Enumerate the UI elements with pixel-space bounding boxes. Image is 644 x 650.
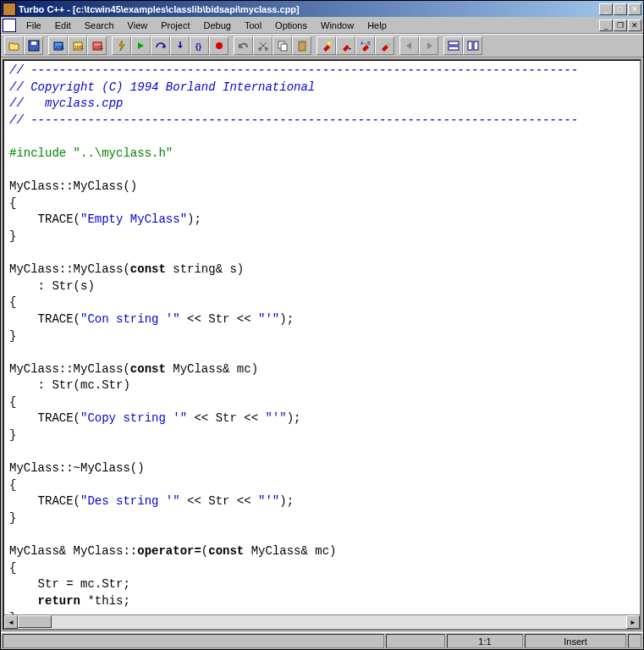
- step-over-button[interactable]: [151, 36, 170, 55]
- svg-rect-19: [449, 41, 459, 45]
- titlebar: Turbo C++ - [c:\tcwin45\examples\classli…: [1, 1, 643, 17]
- status-cursor-pos: 1:1: [447, 634, 523, 648]
- statusbar: 1:1 Insert: [1, 632, 643, 649]
- scroll-track[interactable]: [18, 615, 626, 629]
- scroll-thumb[interactable]: [18, 615, 52, 628]
- scroll-left-button[interactable]: ◄: [4, 615, 18, 629]
- menu-tool[interactable]: Tool: [238, 19, 268, 32]
- copy-button[interactable]: [272, 36, 292, 55]
- replace-icon: A→B: [360, 40, 372, 52]
- svg-point-9: [216, 42, 223, 49]
- menu-debug[interactable]: Debug: [196, 19, 237, 32]
- undo-button[interactable]: [234, 36, 253, 55]
- tile-horz-button[interactable]: [443, 36, 463, 55]
- menu-edit[interactable]: Edit: [48, 19, 78, 32]
- svg-text:100101: 100101: [74, 45, 84, 50]
- tile-vert-button[interactable]: [463, 36, 482, 55]
- step-into-icon: [174, 40, 186, 52]
- code-editor[interactable]: // -------------------------------------…: [4, 61, 640, 614]
- compile-button[interactable]: 100101: [48, 36, 68, 55]
- menu-view[interactable]: View: [121, 19, 155, 32]
- undo-icon: [238, 40, 250, 52]
- mdi-minimize-button[interactable]: _: [599, 19, 613, 31]
- folder-open-icon: [8, 40, 20, 52]
- step-over-icon: [155, 40, 167, 52]
- svg-rect-1: [31, 41, 36, 45]
- menu-file[interactable]: File: [19, 19, 48, 32]
- flashlight-next-icon: [340, 40, 352, 52]
- bin-yellow-icon: 100101: [72, 40, 84, 52]
- step-into-button[interactable]: [170, 36, 190, 55]
- svg-point-16: [328, 41, 331, 45]
- find-brace-icon: …: [379, 40, 391, 52]
- tile-vert-icon: [467, 40, 479, 52]
- run-arrow-icon: [135, 40, 147, 52]
- menu-window[interactable]: Window: [314, 19, 361, 32]
- window-title: Turbo C++ - [c:\tcwin45\examples\classli…: [19, 4, 599, 14]
- breakpoint-icon: [213, 40, 225, 52]
- tile-horz-icon: [448, 40, 460, 52]
- scroll-right-button[interactable]: ►: [626, 615, 640, 629]
- menu-options[interactable]: Options: [268, 19, 314, 32]
- arrow-right-icon: [423, 40, 435, 52]
- editor-frame: // -------------------------------------…: [3, 59, 641, 631]
- mdi-close-button[interactable]: ✕: [628, 19, 641, 31]
- minimize-button[interactable]: _: [599, 3, 613, 15]
- menubar: File Edit Search View Project Debug Tool…: [1, 17, 643, 34]
- open-file-button[interactable]: [4, 36, 24, 55]
- cut-button[interactable]: [253, 36, 272, 55]
- menu-help[interactable]: Help: [361, 19, 394, 32]
- svg-text:100101: 100101: [55, 45, 64, 50]
- mdi-window-buttons: _ ❐ ✕: [599, 19, 641, 31]
- menu-search[interactable]: Search: [78, 19, 121, 32]
- svg-text:100101: 100101: [94, 45, 103, 50]
- prev-button[interactable]: [399, 36, 419, 55]
- status-message: [3, 634, 384, 648]
- breakpoint-button[interactable]: [209, 36, 228, 55]
- maximize-button[interactable]: □: [614, 3, 627, 15]
- find-brace-button[interactable]: …: [375, 36, 394, 55]
- svg-rect-21: [468, 41, 472, 50]
- window-buttons: _ □ ✕: [599, 3, 641, 15]
- status-flag1: [386, 634, 445, 648]
- bin-red-icon: 100101: [91, 40, 103, 52]
- floppy-icon: [28, 40, 40, 52]
- svg-rect-15: [300, 41, 304, 43]
- trace-icon: {}: [194, 40, 206, 52]
- app-icon: [3, 3, 16, 16]
- status-insert-mode: Insert: [525, 634, 626, 648]
- menu-project[interactable]: Project: [154, 19, 196, 32]
- svg-text:A→B: A→B: [361, 41, 371, 46]
- toolbar: 100101 100101 100101 {} A→B …: [1, 34, 643, 58]
- save-file-button[interactable]: [24, 36, 43, 55]
- run-button[interactable]: [112, 36, 131, 55]
- trace-button[interactable]: {}: [190, 36, 209, 55]
- horizontal-scrollbar[interactable]: ◄ ►: [4, 614, 640, 629]
- paste-icon: [296, 40, 308, 52]
- mdi-doc-icon[interactable]: [3, 19, 16, 32]
- close-button[interactable]: ✕: [628, 3, 641, 15]
- svg-rect-13: [281, 44, 287, 51]
- mdi-restore-button[interactable]: ❐: [614, 19, 627, 31]
- find-next-button[interactable]: [336, 36, 355, 55]
- copy-icon: [277, 40, 289, 52]
- svg-rect-20: [449, 47, 459, 50]
- replace-button[interactable]: A→B: [355, 36, 375, 55]
- arrow-left-icon: [404, 40, 416, 52]
- lightning-icon: [116, 40, 128, 52]
- editor-area: // -------------------------------------…: [1, 58, 643, 632]
- main-window: Turbo C++ - [c:\tcwin45\examples\classli…: [0, 0, 644, 650]
- svg-text:{}: {}: [195, 42, 202, 51]
- next-button[interactable]: [419, 36, 438, 55]
- find-button[interactable]: [316, 36, 336, 55]
- scissors-icon: [257, 40, 269, 52]
- svg-rect-22: [474, 41, 478, 50]
- paste-button[interactable]: [292, 36, 311, 55]
- status-grip: [628, 634, 641, 648]
- run-to-button[interactable]: [131, 36, 151, 55]
- make-button[interactable]: 100101: [68, 36, 87, 55]
- bin-blue-icon: 100101: [52, 40, 64, 52]
- build-button[interactable]: 100101: [87, 36, 107, 55]
- flashlight-icon: [321, 40, 333, 52]
- svg-text:…: …: [386, 41, 391, 46]
